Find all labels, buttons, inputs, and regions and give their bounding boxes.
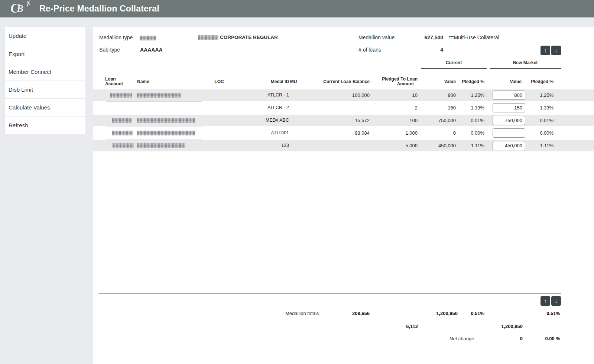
current-loan-balance-cell: 93,084 bbox=[302, 127, 370, 139]
new-pledged-pct-cell: 1.33% bbox=[528, 102, 555, 114]
total-current-pledged-pct: 0.51% bbox=[455, 311, 484, 316]
main-content-card: Medallion type CORPORATE REGULAR Sub-typ… bbox=[93, 27, 594, 364]
medallion-value-label: Medallion value bbox=[358, 35, 395, 40]
current-pledged-pct-cell: 0.00% bbox=[456, 127, 486, 139]
redacted-name bbox=[137, 143, 185, 148]
current-pledged-pct-cell: 1.33% bbox=[456, 102, 486, 114]
num-loans-label: # of loans bbox=[358, 47, 381, 53]
new-market-value-input[interactable] bbox=[493, 91, 525, 100]
column-group-current: Current bbox=[421, 60, 487, 65]
col-header-current-pledged-pct: Pledged % bbox=[456, 79, 486, 84]
redacted-name bbox=[137, 93, 181, 98]
col-header-pledged-to-loan-amount: Pledged To LoanAmount bbox=[370, 77, 419, 86]
medallion-type-desc-prefix-redacted bbox=[198, 35, 218, 40]
medal-id-cell: ATLCR - 2 bbox=[230, 102, 289, 114]
up-arrow-icon: ↑ bbox=[544, 298, 547, 304]
total-current-loan-balance: 208,656 bbox=[325, 311, 370, 316]
down-arrow-icon: ↓ bbox=[555, 47, 558, 53]
current-value-cell: 0 bbox=[419, 127, 456, 139]
col-header-mu: MU bbox=[289, 79, 302, 84]
col-header-medal-id: Medal ID bbox=[230, 79, 289, 84]
logo-swoosh-icon: ✗ bbox=[25, 0, 32, 9]
redacted-name bbox=[137, 131, 195, 135]
total-new-value: 1,200,950 bbox=[478, 324, 523, 329]
up-arrow-icon: ↑ bbox=[544, 47, 547, 53]
totals-scroll-down-button[interactable]: ↓ bbox=[551, 296, 561, 306]
current-pledged-pct-cell: 0.01% bbox=[456, 115, 486, 126]
multi-use-note: *=Multi-Use Collateral bbox=[449, 35, 499, 40]
logo-letter-b: B bbox=[17, 3, 23, 14]
sidebar-item-update[interactable]: Update bbox=[5, 27, 85, 45]
table-row: ATLCR - 1 100,000 10 800 1.25% 1.25% bbox=[93, 89, 594, 101]
col-header-loan-account: Loan Account bbox=[98, 77, 134, 86]
current-loan-balance-cell bbox=[302, 140, 370, 151]
new-pledged-pct-cell: 1.11% bbox=[528, 140, 555, 151]
new-pledged-pct-cell: 1.25% bbox=[528, 89, 555, 101]
pledged-to-loan-amount-cell: 1,000 bbox=[370, 127, 419, 139]
total-new-pledged-pct: 0.51% bbox=[530, 311, 560, 316]
medallion-type-description: CORPORATE REGULAR bbox=[220, 35, 278, 40]
table-row: 123 5,000 450,000 1.11% 1.11% bbox=[93, 140, 594, 151]
table-row: MED# ABC 15,572 100 750,000 0.01% 0.01% bbox=[93, 115, 594, 126]
table-row: ATLCR - 2 2 150 1.33% 1.33% bbox=[93, 102, 594, 114]
sidebar-menu: Update Export Member Connect Disb Limit … bbox=[5, 27, 85, 134]
current-pledged-pct-cell: 1.11% bbox=[456, 140, 486, 151]
pledged-to-loan-amount-cell: 100 bbox=[370, 115, 419, 126]
medal-id-cell: ATLCR - 1 bbox=[230, 89, 289, 101]
page-title: Re-Price Medallion Collateral bbox=[39, 0, 159, 17]
redacted-loan-account bbox=[110, 93, 132, 98]
cbx-logo: C B ✗ bbox=[10, 0, 36, 17]
sidebar-item-calculate-values[interactable]: Calculate Values bbox=[5, 98, 85, 116]
col-header-name: Name bbox=[134, 79, 212, 84]
totals-scroll-up-button[interactable]: ↑ bbox=[541, 296, 550, 306]
new-market-group-underline bbox=[490, 68, 561, 69]
down-arrow-icon: ↓ bbox=[555, 298, 558, 304]
subtype-value: AAAAAA bbox=[140, 47, 163, 53]
totals-divider bbox=[98, 293, 561, 294]
pledged-to-loan-amount-cell: 5,000 bbox=[370, 140, 419, 151]
loan-table-body: ATLCR - 1 100,000 10 800 1.25% 1.25% ATL… bbox=[93, 89, 594, 151]
net-change-value: 0 bbox=[478, 336, 523, 341]
new-market-value-input[interactable] bbox=[493, 103, 525, 112]
redacted-loan-account bbox=[112, 118, 132, 123]
scroll-up-button[interactable]: ↑ bbox=[541, 46, 550, 55]
new-market-value-input[interactable] bbox=[493, 141, 525, 150]
medal-id-cell: MED# ABC bbox=[230, 115, 289, 126]
medal-id-cell: 123 bbox=[230, 140, 289, 151]
sidebar-item-export[interactable]: Export bbox=[5, 45, 85, 63]
current-value-cell: 150 bbox=[419, 102, 456, 114]
redacted-loan-account bbox=[113, 143, 134, 148]
sidebar-item-disb-limit[interactable]: Disb Limit bbox=[5, 81, 85, 98]
new-pledged-pct-cell: 0.01% bbox=[528, 115, 555, 126]
col-header-new-value: Value bbox=[486, 79, 528, 84]
totals-section: ↑ ↓ Medallion totals 208,656 1,200,950 0… bbox=[93, 292, 594, 364]
medallion-info-section: Medallion type CORPORATE REGULAR Sub-typ… bbox=[93, 27, 594, 75]
current-value-cell: 800 bbox=[419, 89, 456, 101]
new-market-value-input[interactable] bbox=[493, 116, 525, 125]
sidebar-item-member-connect[interactable]: Member Connect bbox=[5, 63, 85, 81]
current-loan-balance-cell: 15,572 bbox=[302, 115, 370, 126]
app-header: C B ✗ Re-Price Medallion Collateral bbox=[0, 0, 594, 17]
total-pledged-to-loan-amount: 6,112 bbox=[373, 324, 418, 329]
col-header-current-value: Value bbox=[419, 79, 456, 84]
net-change-pct: 0.00 % bbox=[530, 336, 560, 341]
sidebar-item-refresh[interactable]: Refresh bbox=[5, 116, 85, 134]
scroll-down-button[interactable]: ↓ bbox=[551, 46, 561, 55]
subtype-label: Sub-type bbox=[99, 47, 120, 53]
table-header-row: Loan Account Name LOC Medal ID MU Curren… bbox=[93, 75, 594, 88]
redacted-name bbox=[137, 118, 195, 123]
num-loans-value: 4 bbox=[399, 47, 443, 53]
medallion-totals-label: Medallion totals bbox=[285, 311, 319, 316]
medallion-value: 627,500 bbox=[399, 35, 443, 40]
current-pledged-pct-cell: 1.25% bbox=[456, 89, 486, 101]
medallion-type-value-redacted bbox=[140, 36, 156, 40]
medal-id-cell: ATLID01 bbox=[230, 127, 289, 139]
current-value-cell: 750,000 bbox=[419, 115, 456, 126]
col-header-new-pledged-pct: Pledged % bbox=[528, 79, 555, 84]
current-loan-balance-cell bbox=[302, 102, 370, 114]
net-change-label: Net change bbox=[449, 336, 474, 341]
new-market-value-input[interactable] bbox=[493, 128, 525, 138]
current-loan-balance-cell: 100,000 bbox=[302, 89, 370, 101]
current-group-underline bbox=[421, 68, 487, 69]
redacted-loan-account bbox=[112, 131, 133, 135]
